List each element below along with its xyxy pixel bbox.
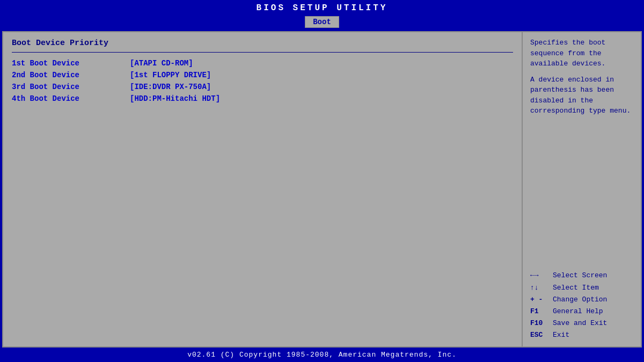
boot-device-value: [IDE:DVDR PX-750A] [130, 83, 211, 91]
right-panel: Specifies the boot sequence from the ava… [523, 32, 641, 346]
help-para-2: A device enclosed in parenthesis has bee… [530, 75, 633, 116]
key-description: Select Screen [553, 270, 607, 282]
section-divider [12, 52, 513, 53]
boot-device-value: [ATAPI CD-ROM] [130, 59, 193, 68]
boot-device-row[interactable]: 3rd Boot Device[IDE:DVDR PX-750A] [12, 83, 513, 91]
key-legend-row: F10Save and Exit [530, 317, 633, 329]
key-description: General Help [553, 306, 603, 317]
footer-bar: v02.61 (C) Copyright 1985-2008, American… [0, 348, 644, 362]
key-symbol: ↑↓ [530, 282, 550, 294]
main-area: Boot Device Priority 1st Boot Device[ATA… [2, 31, 642, 348]
key-legend-row: ↑↓Select Item [530, 282, 633, 294]
key-legend-row: + -Change Option [530, 294, 633, 306]
help-text: Specifies the boot sequence from the ava… [530, 38, 633, 122]
key-symbol: F1 [530, 306, 550, 317]
footer-text: v02.61 (C) Copyright 1985-2008, American… [187, 351, 457, 359]
boot-device-label: 1st Boot Device [12, 59, 130, 68]
key-description: Save and Exit [553, 317, 607, 329]
section-title: Boot Device Priority [12, 39, 513, 48]
bios-title-bar: BIOS SETUP UTILITY [0, 0, 644, 15]
left-panel: Boot Device Priority 1st Boot Device[ATA… [3, 32, 523, 346]
tab-boot[interactable]: Boot [305, 16, 339, 28]
key-symbol: F10 [530, 317, 550, 329]
tab-bar: Boot [0, 15, 644, 29]
key-description: Select Item [553, 282, 599, 294]
key-legend-row: F1General Help [530, 306, 633, 317]
bios-title: BIOS SETUP UTILITY [257, 3, 388, 13]
boot-device-row[interactable]: 1st Boot Device[ATAPI CD-ROM] [12, 59, 513, 68]
key-legend-row: ←→Select Screen [530, 270, 633, 282]
boot-device-row[interactable]: 4th Boot Device[HDD:PM-Hitachi HDT] [12, 94, 513, 103]
help-para-1: Specifies the boot sequence from the ava… [530, 38, 633, 69]
boot-device-row[interactable]: 2nd Boot Device[1st FLOPPY DRIVE] [12, 71, 513, 79]
key-description: Change Option [553, 294, 607, 306]
boot-device-label: 2nd Boot Device [12, 71, 130, 79]
key-description: Exit [553, 329, 569, 341]
boot-device-label: 3rd Boot Device [12, 83, 130, 91]
key-symbol: + - [530, 294, 550, 306]
key-symbol: ←→ [530, 270, 550, 282]
boot-device-list: 1st Boot Device[ATAPI CD-ROM]2nd Boot De… [12, 59, 513, 103]
key-symbol: ESC [530, 329, 550, 341]
boot-device-label: 4th Boot Device [12, 94, 130, 103]
key-legend-row: ESCExit [530, 329, 633, 341]
boot-device-value: [HDD:PM-Hitachi HDT] [130, 94, 220, 103]
key-legend: ←→Select Screen↑↓Select Item+ -Change Op… [530, 270, 633, 341]
boot-device-value: [1st FLOPPY DRIVE] [130, 71, 211, 79]
